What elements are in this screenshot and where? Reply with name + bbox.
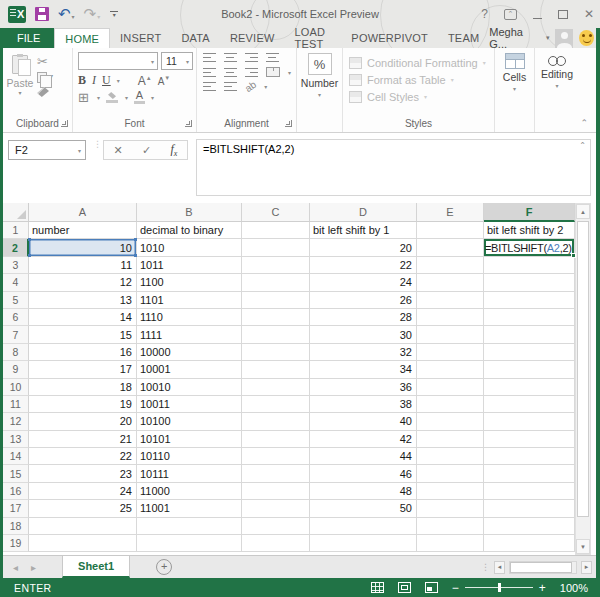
row-header-18[interactable]: 18: [3, 518, 29, 535]
cell-D5[interactable]: 26: [310, 292, 417, 309]
cell-A14[interactable]: 22: [29, 448, 137, 465]
close-button[interactable]: ✕: [584, 8, 594, 20]
align-top-icon[interactable]: [203, 53, 216, 62]
wrap-text-icon[interactable]: [266, 53, 279, 62]
previous-sheet-icon[interactable]: ◂: [13, 562, 18, 573]
cell-D18[interactable]: [310, 518, 417, 535]
row-header-1[interactable]: 1: [3, 222, 29, 239]
format-painter-icon[interactable]: [37, 87, 49, 97]
row-header-12[interactable]: 12: [3, 413, 29, 430]
vertical-scrollbar[interactable]: ▲ ▼: [575, 203, 591, 555]
zoom-slider[interactable]: [465, 587, 533, 588]
cell-D15[interactable]: 46: [310, 465, 417, 482]
cell-C2[interactable]: [242, 239, 310, 256]
cell-C11[interactable]: [242, 396, 310, 413]
cell-E4[interactable]: [417, 274, 484, 291]
cell-A8[interactable]: 16: [29, 344, 137, 361]
row-header-11[interactable]: 11: [3, 396, 29, 413]
cell-B11[interactable]: 10011: [137, 396, 242, 413]
cell-C8[interactable]: [242, 344, 310, 361]
fill-color-icon[interactable]: [106, 92, 119, 103]
cancel-icon[interactable]: ✕: [114, 144, 123, 157]
minimize-button[interactable]: [533, 18, 542, 19]
enter-icon[interactable]: ✓: [142, 144, 151, 157]
scroll-right-icon[interactable]: ▸: [581, 561, 592, 574]
row-header-7[interactable]: 7: [3, 326, 29, 343]
tabbar-splitter-icon[interactable]: ⋮: [481, 565, 490, 569]
row-header-10[interactable]: 10: [3, 379, 29, 396]
cell-A17[interactable]: 25: [29, 500, 137, 517]
cell-E5[interactable]: [417, 292, 484, 309]
cell-B19[interactable]: [137, 535, 242, 552]
cell-E17[interactable]: [417, 500, 484, 517]
cell-D1[interactable]: bit left shift by 1: [310, 222, 417, 239]
cell-B7[interactable]: 1111: [137, 326, 242, 343]
cell-E1[interactable]: [417, 222, 484, 239]
format-as-table-button[interactable]: Format as Table▾: [349, 71, 494, 88]
cell-D2[interactable]: 20: [310, 239, 417, 256]
row-header-2[interactable]: 2: [3, 239, 29, 256]
cell-A10[interactable]: 18: [29, 379, 137, 396]
clipboard-dialog-launcher-icon[interactable]: [61, 120, 68, 127]
row-header-13[interactable]: 13: [3, 431, 29, 448]
tab-data[interactable]: DATA: [171, 28, 220, 48]
cell-E9[interactable]: [417, 361, 484, 378]
cell-C9[interactable]: [242, 361, 310, 378]
bold-button[interactable]: B: [78, 73, 86, 87]
formula-bar-drag-handle[interactable]: ⋮: [93, 142, 97, 147]
cell-D8[interactable]: 32: [310, 344, 417, 361]
cell-B17[interactable]: 11001: [137, 500, 242, 517]
cell-E10[interactable]: [417, 379, 484, 396]
zoom-in-icon[interactable]: +: [539, 583, 546, 593]
cell-A11[interactable]: 19: [29, 396, 137, 413]
cell-B8[interactable]: 10000: [137, 344, 242, 361]
new-sheet-icon[interactable]: +: [156, 559, 172, 575]
cell-C17[interactable]: [242, 500, 310, 517]
cell-A6[interactable]: 14: [29, 309, 137, 326]
tab-load-test[interactable]: LOAD TEST: [285, 28, 342, 48]
insert-function-icon[interactable]: fx: [170, 142, 177, 158]
sheet-tab-sheet1[interactable]: Sheet1: [62, 556, 130, 578]
row-header-19[interactable]: 19: [3, 535, 29, 552]
cell-C15[interactable]: [242, 465, 310, 482]
cell-B4[interactable]: 1100: [137, 274, 242, 291]
normal-view-icon[interactable]: [371, 582, 384, 593]
group-editing[interactable]: Editing ▾: [535, 48, 579, 132]
horizontal-scrollbar[interactable]: [509, 561, 577, 574]
tab-team[interactable]: TEAM: [438, 28, 489, 48]
cell-C14[interactable]: [242, 448, 310, 465]
cell-F13[interactable]: [484, 431, 575, 448]
cell-C3[interactable]: [242, 257, 310, 274]
cut-icon[interactable]: ✂: [37, 56, 53, 68]
cell-C4[interactable]: [242, 274, 310, 291]
cell-B12[interactable]: 10100: [137, 413, 242, 430]
cell-D11[interactable]: 38: [310, 396, 417, 413]
tab-powerpivot[interactable]: POWERPIVOT: [341, 28, 438, 48]
feedback-smiley-icon[interactable]: [579, 30, 594, 46]
cell-B1[interactable]: decimal to binary: [137, 222, 242, 239]
cell-D17[interactable]: 50: [310, 500, 417, 517]
tab-insert[interactable]: INSERT: [110, 28, 171, 48]
cell-E15[interactable]: [417, 465, 484, 482]
cell-D12[interactable]: 40: [310, 413, 417, 430]
page-break-view-icon[interactable]: [425, 582, 438, 593]
cell-D7[interactable]: 30: [310, 326, 417, 343]
collapse-ribbon-icon[interactable]: ⌃: [580, 118, 588, 128]
cell-F15[interactable]: [484, 465, 575, 482]
cell-A4[interactable]: 12: [29, 274, 137, 291]
cell-A2[interactable]: 10: [29, 239, 137, 256]
cell-styles-button[interactable]: Cell Styles▾: [349, 88, 494, 105]
zoom-level[interactable]: 100%: [560, 582, 588, 594]
cell-B2[interactable]: 1010: [137, 239, 242, 256]
user-avatar[interactable]: [555, 29, 573, 48]
copy-button[interactable]: ▾: [37, 72, 53, 83]
increase-indent-icon[interactable]: [224, 82, 237, 91]
cell-D4[interactable]: 24: [310, 274, 417, 291]
scroll-left-icon[interactable]: ◂: [494, 561, 505, 574]
cell-F14[interactable]: [484, 448, 575, 465]
cell-F11[interactable]: [484, 396, 575, 413]
cell-C13[interactable]: [242, 431, 310, 448]
cell-D16[interactable]: 48: [310, 483, 417, 500]
cell-E16[interactable]: [417, 483, 484, 500]
cell-C7[interactable]: [242, 326, 310, 343]
